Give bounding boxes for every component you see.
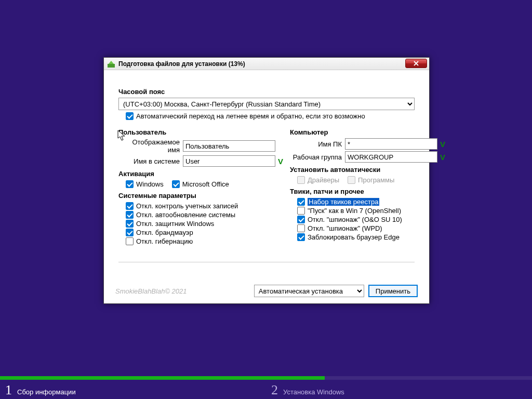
dialog-content: Часовой пояс (UTC+03:00) Москва, Санкт-П… [104,70,429,269]
pcname-input[interactable] [345,138,437,150]
apply-button[interactable]: Применить [368,285,418,297]
valid-icon: V [275,157,286,166]
hibernate-checkbox[interactable] [126,237,134,245]
activation-section-title: Активация [118,170,286,178]
activate-office-checkbox[interactable] [172,180,180,188]
autoupdate-checkbox[interactable] [126,211,134,219]
step-2: 2Установка Windows [266,376,532,399]
firewall-checkbox[interactable] [126,229,134,236]
pcname-label: Имя ПК [290,140,345,148]
app-icon [107,60,115,68]
openshell-checkbox[interactable] [297,207,305,215]
timezone-section-title: Часовой пояс [118,88,415,96]
step-2-label: Установка Windows [283,388,344,396]
system-name-label: Имя в системе [118,157,183,165]
dst-label: Автоматический переход на летнее время и… [136,112,365,120]
dialog-footer: SmokieBlahBlah© 2021 Автоматическая уста… [104,278,429,303]
display-name-input[interactable] [183,140,275,152]
display-name-label: Отображаемое имя [118,138,183,154]
titlebar: Подготовка файлов для установки (13%) [104,58,429,70]
system-name-input[interactable] [183,155,275,167]
svg-rect-0 [108,64,115,68]
timezone-select[interactable]: (UTC+03:00) Москва, Санкт-Петербург (Rus… [118,98,415,110]
sysparams-section-title: Системные параметры [118,192,286,200]
spy-wpd-checkbox[interactable] [297,224,305,232]
tweaks-list: Набор твиков реестра "Пуск" как в Win 7 … [290,197,448,250]
install-mode-select[interactable]: Автоматическая установка [254,285,364,297]
computer-section-title: Компьютер [290,128,448,136]
step-1: 1Сбор информации [0,376,266,399]
valid-icon: V [437,153,448,162]
close-button[interactable] [405,59,427,68]
workgroup-label: Рабочая группа [290,153,345,161]
workgroup-input[interactable] [345,151,437,163]
window-title: Подготовка файлов для установки (13%) [118,60,245,68]
uac-checkbox[interactable] [126,202,134,210]
step-1-label: Сбор информации [17,388,76,396]
defender-checkbox[interactable] [126,220,134,228]
drivers-checkbox [297,176,305,184]
edge-block-checkbox[interactable] [297,233,305,241]
progress-steps: 1Сбор информации 2Установка Windows [0,376,532,399]
user-section-title: Пользователь [118,128,286,136]
dst-checkbox[interactable] [126,112,134,120]
registry-tweaks-checkbox[interactable] [297,198,305,206]
installer-dialog: Подготовка файлов для установки (13%) Ча… [103,57,430,304]
sysparams-list: Откл. контроль учетных записей Откл. авт… [118,202,286,255]
programs-checkbox [348,176,355,184]
activate-windows-checkbox[interactable] [126,180,134,188]
copyright-text: SmokieBlahBlah© 2021 [115,287,187,295]
valid-icon: V [437,140,448,149]
tweaks-section-title: Твики, патчи и прочее [290,188,448,195]
spy-oo-checkbox[interactable] [297,216,305,223]
autoinstall-section-title: Установить автоматически [290,166,448,174]
divider [118,262,415,262]
